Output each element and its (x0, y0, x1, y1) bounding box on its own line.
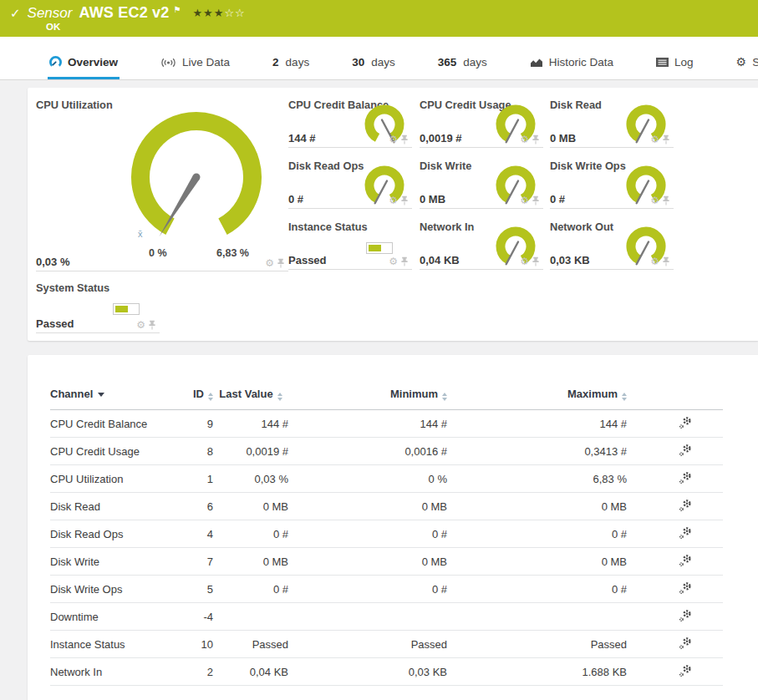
channel-settings-icon[interactable] (679, 526, 692, 542)
pin-icon[interactable] (662, 134, 670, 145)
table-row: CPU Credit Usage 8 0,0019 # 0,0016 # 0,3… (50, 438, 723, 465)
gauge-cell-cpu-credit-balance: CPU Credit Balance 144 # ⚙ (288, 99, 412, 148)
channel-name-cell[interactable]: CPU Credit Usage (50, 438, 176, 465)
tab-2-days[interactable]: 2 days (271, 56, 311, 79)
table-row: Instance Status 10 Passed Passed Passed (50, 631, 723, 658)
channel-name-cell[interactable]: Disk Write Ops (50, 576, 176, 603)
channel-id-cell: -4 (176, 603, 213, 631)
channel-gear-icon[interactable]: ⚙ (520, 195, 529, 205)
tab-live-data[interactable]: Live Data (159, 56, 231, 79)
tab-historic-data-label: Historic Data (549, 56, 613, 68)
minimum-cell: 0 MB (288, 548, 447, 576)
stars-filled[interactable]: ★★★ (192, 7, 224, 19)
channel-name-cell[interactable]: Downtime (50, 603, 176, 631)
tab-bar: Overview Live Data 2 days 30 days 365 da… (0, 37, 758, 80)
status-bar-widget (113, 303, 140, 315)
tab-log[interactable]: Log (654, 56, 695, 79)
gauge-cell-network-in: Network In 0,04 KB ⚙ (420, 221, 543, 270)
channel-id-cell: 9 (176, 410, 213, 438)
pin-icon[interactable] (277, 258, 285, 268)
channel-id-cell: 7 (176, 548, 213, 576)
tab-30-days-num: 30 (352, 56, 364, 68)
minimum-cell: 0,03 KB (288, 658, 447, 686)
tab-365-days-label: days (463, 56, 487, 68)
minimum-cell: 0 MB (288, 493, 447, 520)
channel-settings-icon[interactable] (679, 664, 692, 680)
channel-settings-icon[interactable] (679, 444, 692, 459)
gauge-title: Disk Read Ops (288, 160, 364, 172)
channel-name-cell[interactable]: CPU Utilization (50, 465, 176, 493)
tab-overview[interactable]: Overview (48, 56, 120, 79)
channel-gear-icon[interactable]: ⚙ (520, 134, 529, 145)
gauges-panel: CPU Utilization x̄ 0 % 6,83 % 0,03 % ⚙ S… (28, 88, 758, 341)
gauge-cell-disk-read-ops: Disk Read Ops 0 # ⚙ (288, 160, 412, 209)
channel-settings-icon[interactable] (679, 499, 692, 515)
channel-gear-icon[interactable]: ⚙ (389, 134, 398, 145)
table-row: Disk Read 6 0 MB 0 MB 0 MB (50, 493, 723, 520)
status-bar-widget (366, 242, 393, 254)
last-value-cell: 0,0019 # (213, 438, 288, 465)
stars-empty[interactable]: ☆☆ (224, 7, 245, 19)
channel-settings-icon[interactable] (679, 471, 692, 487)
gauge-needle (375, 181, 387, 204)
channel-settings-icon[interactable] (679, 554, 692, 570)
minimum-cell (288, 603, 447, 631)
channel-gear-icon[interactable]: ⚙ (389, 195, 398, 205)
channel-gear-icon[interactable]: ⚙ (650, 134, 659, 145)
minimum-cell: 0 % (288, 465, 447, 493)
pin-icon[interactable] (400, 195, 409, 205)
table-row: CPU Utilization 1 0,03 % 0 % 6,83 % (50, 465, 723, 493)
tab-2-days-label: days (286, 56, 310, 68)
column-header-channel[interactable]: Channel (50, 373, 176, 410)
channel-name-cell[interactable]: Disk Read Ops (50, 520, 176, 548)
tab-365-days[interactable]: 365 days (436, 56, 489, 79)
priority-stars[interactable]: ★★★☆☆ (192, 7, 245, 19)
pin-icon[interactable] (662, 195, 670, 205)
pin-icon[interactable] (532, 195, 540, 205)
channel-id-cell: 2 (176, 658, 213, 686)
channel-table: Channel ID Last Value Minimum Maximum CP… (50, 373, 723, 686)
channel-gear-icon[interactable]: ⚙ (520, 256, 529, 266)
log-list-icon (656, 58, 669, 67)
table-row: Disk Read Ops 4 0 # 0 # 0 # (50, 520, 723, 548)
pin-icon[interactable] (532, 256, 540, 266)
gauge-cell-network-out: Network Out 0,03 KB ⚙ (550, 221, 674, 270)
gauge-title: Disk Write Ops (550, 160, 626, 172)
gauge-needle (506, 120, 518, 143)
channel-settings-icon[interactable] (679, 637, 692, 652)
gauge-title: Disk Write (420, 160, 471, 172)
gauge-value: Passed (288, 254, 327, 266)
pin-icon[interactable] (148, 320, 156, 330)
pin-icon[interactable] (400, 134, 409, 145)
tab-settings[interactable]: ⚙ Settings (735, 55, 758, 79)
channel-settings-icon[interactable] (679, 581, 692, 597)
channel-gear-icon[interactable]: ⚙ (265, 258, 274, 268)
channel-gear-icon[interactable]: ⚙ (650, 195, 659, 205)
channel-name-cell[interactable]: Instance Status (50, 631, 176, 658)
pin-icon[interactable] (532, 134, 540, 145)
maximum-cell (447, 603, 627, 631)
minimum-cell: 0,0016 # (288, 438, 447, 465)
column-header-minimum[interactable]: Minimum (288, 373, 447, 410)
last-value-cell: 0 # (213, 576, 288, 603)
flag-icon[interactable]: ⚑ (174, 5, 181, 14)
column-header-last-value[interactable]: Last Value (213, 373, 288, 410)
gauge-value: 144 # (288, 132, 316, 145)
channel-gear-icon[interactable]: ⚙ (136, 320, 145, 330)
channel-settings-icon[interactable] (679, 609, 692, 625)
pin-icon[interactable] (662, 256, 670, 266)
gauge-cell-cpu-utilization: CPU Utilization x̄ 0 % 6,83 % 0,03 % ⚙ (36, 99, 288, 271)
channel-name-cell[interactable]: Disk Write (50, 548, 176, 576)
channel-name-cell[interactable]: Disk Read (50, 493, 176, 520)
channel-gear-icon[interactable]: ⚙ (650, 256, 659, 266)
pin-icon[interactable] (400, 256, 409, 266)
channel-gear-icon[interactable]: ⚙ (389, 256, 398, 266)
tab-historic-data[interactable]: Historic Data (528, 56, 615, 79)
column-header-maximum[interactable]: Maximum (447, 373, 627, 410)
channel-name-cell[interactable]: Network In (50, 658, 176, 686)
last-value-cell: 0 MB (213, 493, 288, 520)
tab-30-days[interactable]: 30 days (350, 56, 397, 79)
column-header-id[interactable]: ID (176, 373, 213, 410)
channel-settings-icon[interactable] (679, 416, 692, 432)
channel-name-cell[interactable]: CPU Credit Balance (50, 410, 176, 438)
